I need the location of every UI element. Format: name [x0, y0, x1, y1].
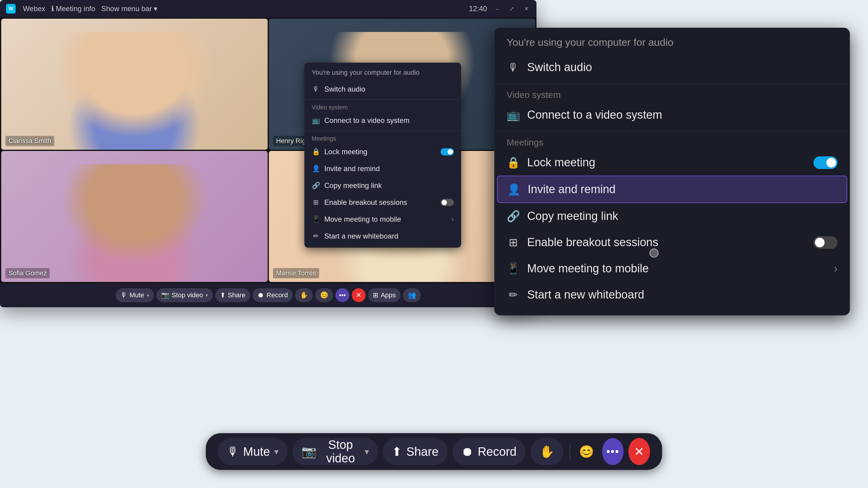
bt-more-options-button[interactable]: •••	[602, 438, 624, 465]
large-move-mobile-label: Move meeting to mobile	[527, 262, 649, 275]
invite-icon: 👤	[312, 165, 320, 173]
move-mobile-label: Move meeting to mobile	[324, 215, 401, 224]
large-divider-1	[495, 84, 849, 84]
large-mobile-icon: 📱	[507, 262, 520, 275]
small-menu-whiteboard[interactable]: ✏ Start a new whiteboard	[304, 228, 461, 245]
app-window: W Webex ℹ Meeting info Show menu bar ▾ 1…	[0, 0, 536, 307]
bt-hand-icon: ✋	[539, 445, 555, 459]
participant-video-3	[41, 164, 228, 282]
large-menu-move-mobile[interactable]: 📱 Move meeting to mobile ›	[495, 255, 849, 282]
bt-share-icon: ⬆	[392, 445, 402, 458]
large-breakout-toggle[interactable]	[813, 236, 838, 249]
participants-button[interactable]: 👥	[403, 288, 421, 302]
clock: 12:40	[469, 4, 487, 13]
stop-video-button[interactable]: 📷 Stop video ▾	[156, 288, 213, 302]
breakout-label: Enable breakout sessions	[324, 198, 407, 207]
small-context-menu: You're using your computer for audio 🎙 S…	[304, 63, 461, 248]
more-icon: •••	[339, 291, 346, 299]
large-menu-breakout[interactable]: ⊞ Enable breakout sessions	[495, 229, 849, 255]
large-lock-meeting-toggle[interactable]	[813, 156, 838, 169]
bt-reactions-button[interactable]: 😊	[576, 438, 597, 465]
bt-mic-icon: 🎙	[227, 445, 239, 458]
small-menu-connect-video[interactable]: 📺 Connect to a video system	[304, 112, 461, 129]
large-menu-connect-video[interactable]: 📺 Connect to a video system	[495, 102, 849, 128]
minimize-button[interactable]: –	[493, 4, 501, 13]
invite-remind-label: Invite and remind	[324, 164, 380, 173]
share-icon: ⬆	[220, 291, 225, 299]
large-copy-link-label: Copy meeting link	[527, 210, 618, 223]
more-options-button[interactable]: •••	[336, 288, 349, 302]
mute-chevron-icon: ▾	[147, 293, 149, 298]
bt-end-call-button[interactable]: ✕	[628, 438, 650, 465]
large-whiteboard-label: Start a new whiteboard	[527, 288, 644, 301]
bt-separator	[569, 444, 570, 459]
mobile-chevron-icon: ›	[452, 215, 454, 224]
small-menu-breakout[interactable]: ⊞ Enable breakout sessions	[304, 194, 461, 211]
bt-share-label: Share	[406, 445, 438, 458]
large-mobile-chevron-icon: ›	[834, 262, 838, 275]
small-menu-lock-meeting[interactable]: 🔒 Lock meeting	[304, 143, 461, 160]
webex-label[interactable]: Webex	[23, 4, 45, 13]
small-menu-switch-audio[interactable]: 🎙 Switch audio	[304, 81, 461, 98]
apps-label: Apps	[381, 291, 396, 299]
share-label: Share	[228, 291, 246, 299]
breakout-toggle[interactable]	[441, 199, 454, 206]
large-link-icon: 🔗	[507, 210, 520, 223]
large-menu-copy-link[interactable]: 🔗 Copy meeting link	[495, 203, 849, 229]
small-menu-divider-1	[304, 99, 461, 100]
large-whiteboard-icon: ✏	[507, 289, 520, 301]
large-connect-video-label: Connect to a video system	[527, 108, 662, 121]
participant-name-4: Marise Torres	[273, 268, 319, 278]
small-menu-move-mobile[interactable]: 📱 Move meeting to mobile ›	[304, 211, 461, 228]
small-menu-invite-remind[interactable]: 👤 Invite and remind	[304, 160, 461, 177]
large-invite-icon: 👤	[507, 183, 521, 196]
large-menu-lock-meeting[interactable]: 🔒 Lock meeting	[495, 150, 849, 175]
reactions-button[interactable]: 😊	[315, 288, 333, 302]
meeting-info-button[interactable]: ℹ Meeting info	[51, 4, 95, 13]
info-icon: ℹ	[51, 4, 54, 13]
title-bar-items: Webex ℹ Meeting info Show menu bar ▾	[23, 4, 157, 13]
large-switch-audio-label: Switch audio	[527, 61, 592, 74]
switch-audio-label: Switch audio	[324, 85, 365, 93]
lock-meeting-toggle[interactable]	[441, 148, 454, 156]
record-button[interactable]: ⏺ Record	[253, 288, 293, 302]
large-menu-whiteboard[interactable]: ✏ Start a new whiteboard	[495, 282, 849, 308]
show-menu-bar-button[interactable]: Show menu bar ▾	[101, 4, 157, 13]
video-system-icon: 📺	[312, 117, 320, 124]
bt-record-button[interactable]: ⏺ Record	[453, 438, 526, 465]
people-icon: 👥	[408, 291, 416, 299]
hand-raise-button[interactable]: ✋	[295, 288, 313, 302]
whiteboard-icon: ✏	[312, 232, 320, 240]
record-label: Record	[267, 291, 288, 299]
small-menu-header: You're using your computer for audio	[304, 66, 461, 81]
bt-record-label: Record	[478, 445, 517, 458]
close-button[interactable]: ✕	[522, 4, 530, 13]
large-menu-switch-audio[interactable]: 🎙 Switch audio	[495, 54, 849, 80]
bt-stop-video-button[interactable]: 📷 Stop video ▾	[292, 438, 378, 465]
bt-more-icon: •••	[606, 445, 619, 458]
chevron-down-icon: ▾	[154, 4, 157, 13]
apps-button[interactable]: ⊞ Apps	[368, 288, 401, 302]
bt-mute-button[interactable]: 🎙 Mute ▾	[218, 438, 287, 465]
copy-link-label: Copy meeting link	[324, 181, 382, 190]
bt-hand-raise-button[interactable]: ✋	[530, 438, 564, 465]
maximize-button[interactable]: ⤢	[507, 4, 516, 13]
mic-icon: 🎙	[312, 85, 320, 93]
bt-end-call-icon: ✕	[634, 445, 644, 458]
bt-share-button[interactable]: ⬆ Share	[383, 438, 447, 465]
share-button[interactable]: ⬆ Share	[215, 288, 250, 302]
mute-button[interactable]: 🎙 Mute ▾	[116, 288, 154, 302]
large-video-system-section: Video system	[495, 87, 849, 102]
end-call-button[interactable]: ✕	[352, 288, 366, 302]
bottom-toolbar: 🎙 Mute ▾ 📷 Stop video ▾ ⬆ Share ⏺ Record…	[206, 433, 662, 470]
large-menu-invite-remind[interactable]: 👤 Invite and remind	[497, 175, 847, 203]
mute-label: Mute	[130, 291, 144, 299]
bt-emoji-icon: 😊	[579, 445, 594, 459]
emoji-icon: 😊	[320, 291, 328, 299]
mobile-icon: 📱	[312, 216, 320, 223]
in-meeting-toolbar: 🎙 Mute ▾ 📷 Stop video ▾ ⬆ Share ⏺ Record…	[0, 283, 536, 307]
breakout-icon: ⊞	[312, 198, 320, 206]
webex-text: Webex	[23, 4, 45, 13]
small-menu-copy-link[interactable]: 🔗 Copy meeting link	[304, 177, 461, 194]
lock-meeting-label: Lock meeting	[324, 148, 367, 156]
